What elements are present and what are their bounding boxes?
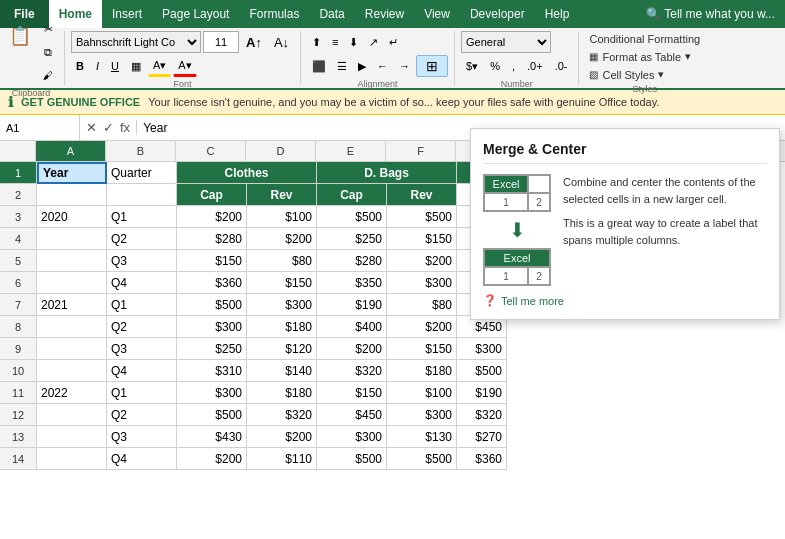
decimal-decrease-button[interactable]: .0-: [550, 55, 573, 77]
fill-color-button[interactable]: A▾: [148, 55, 171, 77]
cell-a2[interactable]: [37, 184, 107, 206]
row-num-1[interactable]: 1: [0, 162, 36, 184]
cell-d7[interactable]: $300: [247, 294, 317, 316]
decimal-increase-button[interactable]: .0+: [522, 55, 548, 77]
col-header-e[interactable]: E: [316, 141, 386, 161]
cell-f12[interactable]: $300: [387, 404, 457, 426]
cell-c6[interactable]: $360: [177, 272, 247, 294]
menu-developer[interactable]: Developer: [460, 0, 535, 28]
align-middle-button[interactable]: ≡: [327, 31, 343, 53]
row-num-12[interactable]: 12: [0, 404, 36, 426]
cell-b1[interactable]: Quarter: [107, 162, 177, 184]
row-num-11[interactable]: 11: [0, 382, 36, 404]
cell-g10[interactable]: $500: [457, 360, 507, 382]
cell-a5[interactable]: [37, 250, 107, 272]
align-left-button[interactable]: ⬛: [307, 55, 331, 77]
cell-c13[interactable]: $430: [177, 426, 247, 448]
cell-b7[interactable]: Q1: [107, 294, 177, 316]
cell-a12[interactable]: [37, 404, 107, 426]
cell-g12[interactable]: $320: [457, 404, 507, 426]
font-size-increase-button[interactable]: A↑: [241, 31, 267, 53]
align-center-button[interactable]: ☰: [332, 55, 352, 77]
cell-b6[interactable]: Q4: [107, 272, 177, 294]
col-header-f[interactable]: F: [386, 141, 456, 161]
comma-button[interactable]: ,: [507, 55, 520, 77]
font-size-decrease-button[interactable]: A↓: [269, 31, 294, 53]
cell-e13[interactable]: $300: [317, 426, 387, 448]
cell-g13[interactable]: $270: [457, 426, 507, 448]
percent-button[interactable]: %: [485, 55, 505, 77]
col-header-c[interactable]: C: [176, 141, 246, 161]
cell-f7[interactable]: $80: [387, 294, 457, 316]
align-top-button[interactable]: ⬆: [307, 31, 326, 53]
row-num-7[interactable]: 7: [0, 294, 36, 316]
cancel-formula-button[interactable]: ✕: [84, 120, 99, 135]
cell-e11[interactable]: $150: [317, 382, 387, 404]
cut-button[interactable]: ✂: [38, 18, 58, 40]
cell-g11[interactable]: $190: [457, 382, 507, 404]
cell-f5[interactable]: $200: [387, 250, 457, 272]
cell-e1[interactable]: D. Bags: [317, 162, 457, 184]
number-format-select[interactable]: General: [461, 31, 551, 53]
menu-view[interactable]: View: [414, 0, 460, 28]
cell-g9[interactable]: $300: [457, 338, 507, 360]
decrease-indent-button[interactable]: ←: [372, 55, 393, 77]
cell-c4[interactable]: $280: [177, 228, 247, 250]
insert-function-button[interactable]: fx: [118, 120, 132, 135]
copy-button[interactable]: ⧉: [38, 41, 58, 63]
row-num-9[interactable]: 9: [0, 338, 36, 360]
underline-button[interactable]: U: [106, 55, 124, 77]
cell-a10[interactable]: [37, 360, 107, 382]
cell-d3[interactable]: $100: [247, 206, 317, 228]
cell-d2[interactable]: Rev: [247, 184, 317, 206]
cell-e8[interactable]: $400: [317, 316, 387, 338]
cell-c2[interactable]: Cap: [177, 184, 247, 206]
increase-indent-button[interactable]: →: [394, 55, 415, 77]
align-bottom-button[interactable]: ⬇: [344, 31, 363, 53]
row-num-13[interactable]: 13: [0, 426, 36, 448]
cell-b11[interactable]: Q1: [107, 382, 177, 404]
cell-a7[interactable]: 2021: [37, 294, 107, 316]
cell-e7[interactable]: $190: [317, 294, 387, 316]
cell-c8[interactable]: $300: [177, 316, 247, 338]
cell-b9[interactable]: Q3: [107, 338, 177, 360]
cell-e6[interactable]: $350: [317, 272, 387, 294]
font-face-select[interactable]: Bahnschrift Light Co: [71, 31, 201, 53]
conditional-formatting-button[interactable]: Conditional Formatting: [585, 31, 704, 47]
row-num-3[interactable]: 3: [0, 206, 36, 228]
cell-e3[interactable]: $500: [317, 206, 387, 228]
row-num-5[interactable]: 5: [0, 250, 36, 272]
cell-b2[interactable]: [107, 184, 177, 206]
menu-search[interactable]: 🔍 Tell me what you w...: [636, 0, 785, 28]
cell-d5[interactable]: $80: [247, 250, 317, 272]
currency-button[interactable]: $▾: [461, 55, 483, 77]
name-box[interactable]: A1: [0, 115, 80, 140]
cell-d13[interactable]: $200: [247, 426, 317, 448]
cell-f8[interactable]: $200: [387, 316, 457, 338]
row-num-14[interactable]: 14: [0, 448, 36, 470]
cell-f10[interactable]: $180: [387, 360, 457, 382]
italic-button[interactable]: I: [91, 55, 104, 77]
cell-c10[interactable]: $310: [177, 360, 247, 382]
cell-a6[interactable]: [37, 272, 107, 294]
menu-data[interactable]: Data: [309, 0, 354, 28]
cell-b12[interactable]: Q2: [107, 404, 177, 426]
cell-b5[interactable]: Q3: [107, 250, 177, 272]
border-button[interactable]: ▦: [126, 55, 146, 77]
cell-f3[interactable]: $500: [387, 206, 457, 228]
cell-d6[interactable]: $150: [247, 272, 317, 294]
cell-b13[interactable]: Q3: [107, 426, 177, 448]
cell-d14[interactable]: $110: [247, 448, 317, 470]
cell-a3[interactable]: 2020: [37, 206, 107, 228]
cell-e2[interactable]: Cap: [317, 184, 387, 206]
cell-a11[interactable]: 2022: [37, 382, 107, 404]
paste-button[interactable]: 📋: [4, 18, 36, 54]
row-num-4[interactable]: 4: [0, 228, 36, 250]
cell-b10[interactable]: Q4: [107, 360, 177, 382]
cell-c1[interactable]: Clothes: [177, 162, 317, 184]
confirm-formula-button[interactable]: ✓: [101, 120, 116, 135]
cell-a8[interactable]: [37, 316, 107, 338]
col-header-b[interactable]: B: [106, 141, 176, 161]
cell-a1[interactable]: Year: [37, 162, 107, 184]
cell-a13[interactable]: [37, 426, 107, 448]
